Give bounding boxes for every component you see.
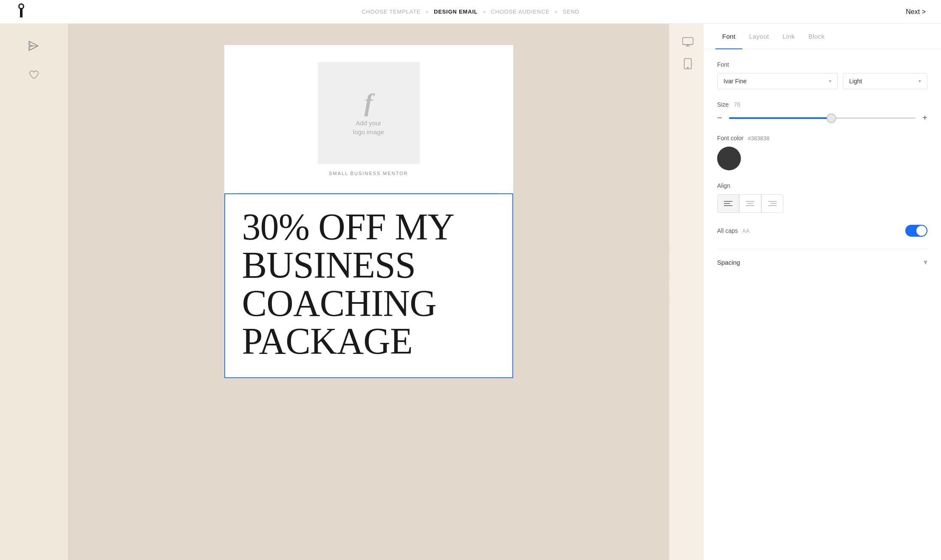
font-weight-chevron: ▾ — [918, 78, 921, 84]
next-button[interactable]: Next > — [906, 8, 926, 16]
font-weight-dropdown[interactable]: Light ▾ — [843, 73, 927, 89]
align-center-button[interactable] — [739, 194, 761, 213]
breadcrumb-send[interactable]: SEND — [563, 8, 579, 15]
spacing-label: Spacing — [717, 259, 740, 266]
size-slider-track[interactable] — [729, 117, 916, 119]
hero-block[interactable]: 30% OFF MY BUSINESS COACHING PACKAGE — [224, 193, 513, 378]
align-label: Align — [717, 182, 927, 189]
svg-point-10 — [687, 67, 688, 68]
breadcrumb-choose-audience[interactable]: CHOOSE AUDIENCE — [491, 8, 549, 15]
logo-area[interactable]: f Add yourlogo image SMALL BUSINESS MENT… — [224, 45, 513, 193]
email-card: f Add yourlogo image SMALL BUSINESS MENT… — [224, 45, 513, 378]
align-section: Align — [717, 182, 927, 213]
tab-layout[interactable]: Layout — [742, 24, 776, 49]
right-panel: Font Layout Link Block Font Ivar Fine ▾ … — [703, 24, 941, 560]
sidebar-favorite-icon[interactable] — [25, 66, 42, 83]
size-increase-button[interactable]: + — [922, 113, 927, 123]
size-slider-fill — [729, 117, 832, 119]
color-swatch[interactable] — [717, 147, 741, 170]
mobile-view-icon[interactable] — [682, 58, 694, 72]
align-right-button[interactable] — [761, 194, 783, 213]
font-color-section: Font color #383838 — [717, 135, 927, 170]
breadcrumb-sep-1: > — [426, 9, 429, 14]
size-slider-thumb[interactable] — [827, 113, 836, 123]
all-caps-label: All caps — [717, 227, 738, 234]
font-family-section: Font Ivar Fine ▾ Light ▾ — [717, 61, 927, 89]
brand-name: SMALL BUSINESS MENTOR — [329, 171, 408, 176]
caps-left: All caps AA — [717, 227, 749, 234]
font-section-label: Font — [717, 61, 927, 68]
desktop-view-icon[interactable] — [682, 36, 694, 50]
svg-rect-5 — [683, 37, 693, 45]
logo-f-icon: f — [365, 90, 373, 115]
all-caps-toggle[interactable] — [905, 225, 927, 237]
sidebar-send-icon[interactable] — [25, 37, 42, 54]
panel-content: Font Ivar Fine ▾ Light ▾ Size 76 − — [704, 49, 941, 287]
caps-row: All caps AA — [717, 225, 927, 237]
font-family-dropdown[interactable]: Ivar Fine ▾ — [717, 73, 838, 89]
breadcrumb-design-email[interactable]: DESIGN EMAIL — [434, 8, 478, 15]
align-left-button[interactable] — [717, 194, 739, 213]
color-hex-value: #383838 — [748, 135, 769, 141]
breadcrumb-choose-template[interactable]: CHOOSE TEMPLATE — [362, 8, 421, 15]
tab-font[interactable]: Font — [715, 24, 742, 49]
main-canvas: f Add yourlogo image SMALL BUSINESS MENT… — [68, 24, 669, 560]
size-value: 76 — [734, 101, 740, 108]
toggle-knob — [916, 226, 927, 236]
app-logo[interactable] — [15, 3, 27, 20]
breadcrumb: CHOOSE TEMPLATE > DESIGN EMAIL > CHOOSE … — [362, 8, 579, 15]
size-label: Size — [717, 101, 729, 108]
color-label: Font color — [717, 135, 743, 141]
spacing-section[interactable]: Spacing ▾ — [717, 249, 927, 275]
font-weight-value: Light — [849, 78, 862, 85]
font-family-value: Ivar Fine — [723, 78, 746, 85]
logo-placeholder-text: Add yourlogo image — [353, 119, 384, 136]
align-buttons — [717, 194, 927, 213]
size-decrease-button[interactable]: − — [717, 113, 722, 123]
left-sidebar — [0, 24, 68, 560]
top-bar: CHOOSE TEMPLATE > DESIGN EMAIL > CHOOSE … — [0, 0, 941, 24]
svg-rect-1 — [20, 9, 23, 17]
svg-point-2 — [20, 5, 23, 8]
logo-placeholder[interactable]: f Add yourlogo image — [318, 62, 420, 164]
breadcrumb-sep-3: > — [555, 9, 558, 14]
tab-block[interactable]: Block — [802, 24, 831, 49]
view-switcher — [671, 24, 705, 72]
font-family-chevron: ▾ — [829, 78, 831, 84]
tab-link[interactable]: Link — [776, 24, 802, 49]
font-size-section: Size 76 − + — [717, 101, 927, 123]
font-dropdowns: Ivar Fine ▾ Light ▾ — [717, 73, 927, 89]
size-slider-row: − + — [717, 113, 927, 123]
spacing-chevron-icon: ▾ — [924, 257, 927, 267]
breadcrumb-sep-2: > — [483, 9, 486, 14]
panel-tabs: Font Layout Link Block — [704, 24, 941, 49]
all-caps-section: All caps AA — [717, 225, 927, 237]
all-caps-aa: AA — [742, 228, 749, 234]
hero-text[interactable]: 30% OFF MY BUSINESS COACHING PACKAGE — [242, 208, 495, 360]
